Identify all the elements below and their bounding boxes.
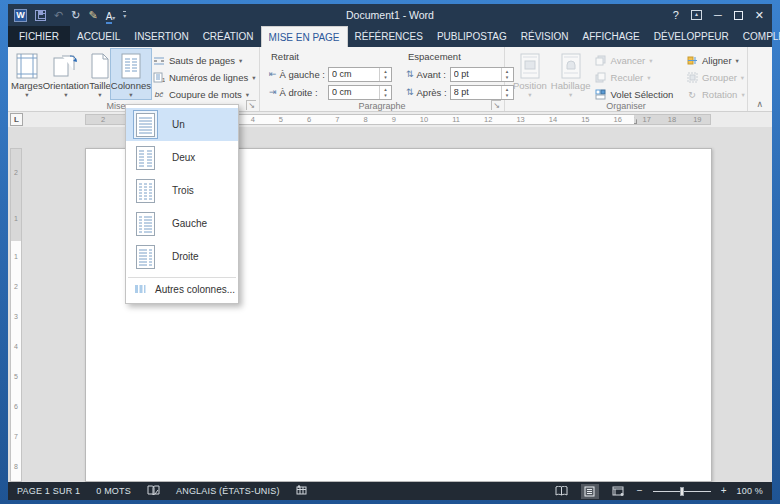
indent-right-icon: ⇥ <box>269 87 277 97</box>
help-icon[interactable]: ? <box>673 10 679 21</box>
zoom-slider[interactable] <box>653 484 711 499</box>
bring-forward-label: Avancer <box>611 55 646 66</box>
indent-left-stepper[interactable]: ▴▾ <box>379 68 391 81</box>
zoom-in-icon[interactable]: + <box>721 486 727 496</box>
print-layout-icon[interactable] <box>581 484 599 499</box>
group-button[interactable]: Grouper ▾ <box>684 69 744 86</box>
rotate-label: Rotation <box>702 89 737 100</box>
chevron-down-icon: ▾ <box>649 57 652 65</box>
menu-item-label: Trois <box>172 185 194 196</box>
font-color-icon[interactable]: A▾ <box>106 6 116 24</box>
vertical-ruler[interactable]: 21 12345678 <box>10 148 22 482</box>
indent-right-label: ⇥ À droite : <box>269 87 318 98</box>
size-icon <box>90 52 110 80</box>
selection-pane-icon <box>595 89 607 101</box>
collapse-ribbon-icon[interactable]: ∧ <box>756 99 763 109</box>
line-numbers-button[interactable]: 1 Numéros de lignes ▾ <box>151 69 257 86</box>
menu-item-one-column[interactable]: Un <box>126 108 238 141</box>
indent-right-input[interactable] <box>329 86 379 99</box>
tab-references[interactable]: RÉFÉRENCES <box>348 26 430 47</box>
vertical-ruler-top-margin: 21 <box>11 149 21 241</box>
margins-button[interactable]: Marges ▾ <box>11 49 43 99</box>
web-layout-icon[interactable] <box>609 484 627 499</box>
menu-item-more-columns[interactable]: Autres colonnes... <box>126 278 238 301</box>
breaks-label: Sauts de pages <box>169 55 235 66</box>
tab-mise-en-page[interactable]: MISE EN PAGE <box>261 26 348 47</box>
spacing-after-input[interactable] <box>451 86 501 99</box>
read-mode-icon[interactable] <box>553 484 571 499</box>
page-count[interactable]: PAGE 1 SUR 1 <box>17 486 80 496</box>
orientation-button[interactable]: Orientation ▾ <box>43 49 89 99</box>
word-logo-icon[interactable]: W <box>14 9 27 22</box>
ruler-number: 1 <box>14 215 18 222</box>
rotate-icon: ↻ <box>686 89 698 101</box>
status-bar: PAGE 1 SUR 1 0 MOTS ANGLAIS (ÉTATS-UNIS)… <box>8 482 772 500</box>
indent-right-stepper[interactable]: ▴▾ <box>379 86 391 99</box>
position-label: Position <box>513 80 547 91</box>
macro-record-icon[interactable] <box>296 485 307 497</box>
dialog-launcher-icon[interactable]: ↘ <box>246 100 256 110</box>
close-icon[interactable]: ✕ <box>755 10 764 21</box>
breaks-button[interactable]: Sauts de pages ▾ <box>151 52 257 69</box>
wrap-text-button[interactable]: Habillage ▾ <box>549 49 593 99</box>
zoom-slider-thumb[interactable] <box>680 487 684 496</box>
menu-item-two-columns[interactable]: Deux <box>126 141 238 174</box>
title-bar: W ↶ ↻ ✎ A▾ ▾ Document1 - Word ? ▴ ─ ✕ <box>8 4 772 26</box>
ruler-number: 17 <box>642 115 650 124</box>
restore-icon[interactable] <box>734 11 743 20</box>
word-count[interactable]: 0 MOTS <box>96 486 131 496</box>
tab-revision[interactable]: RÉVISION <box>514 26 576 47</box>
ribbon-display-options-icon[interactable]: ▴ <box>691 10 702 20</box>
columns-dropdown-menu: Un Deux Trois Gauche Droite Autres colon… <box>125 104 239 304</box>
format-painter-icon[interactable]: ✎ <box>88 10 97 21</box>
ruler-row: L 21 12345678910111213141516 17 18 19 <box>8 112 772 127</box>
position-icon <box>520 52 540 80</box>
language-indicator[interactable]: ANGLAIS (ÉTATS-UNIS) <box>176 486 280 496</box>
spacing-before-input[interactable] <box>451 68 501 81</box>
columns-label: Colonnes <box>111 80 151 91</box>
tab-developpeur[interactable]: DÉVELOPPEUR <box>647 26 736 47</box>
ruler-number: 1 <box>14 253 18 260</box>
tab-publipostage[interactable]: PUBLIPOSTAG <box>430 26 514 47</box>
group-mise-en-page: Marges ▾ Orientation ▾ Taille ▾ Colonnes… <box>8 47 260 111</box>
menu-item-right-column[interactable]: Droite <box>126 240 238 273</box>
menu-item-label: Droite <box>172 251 199 262</box>
zoom-level[interactable]: 100 % <box>736 486 763 496</box>
undo-icon[interactable]: ↶ <box>54 10 63 21</box>
tab-affichage[interactable]: AFFICHAGE <box>576 26 647 47</box>
page-setup-small-buttons: Sauts de pages ▾ 1 Numéros de lignes ▾ b… <box>151 49 257 103</box>
right-indent-marker[interactable] <box>634 117 637 124</box>
chevron-down-icon: ▾ <box>528 91 531 99</box>
ruler-number: 6 <box>14 403 18 410</box>
columns-button[interactable]: Colonnes ▾ <box>111 49 151 99</box>
proofing-icon[interactable] <box>147 485 160 498</box>
tab-complement[interactable]: COMPLÉMENT <box>736 26 780 47</box>
size-button[interactable]: Taille ▾ <box>89 49 111 99</box>
customize-qat-icon[interactable]: ▾ <box>123 11 126 19</box>
tab-fichier[interactable]: FICHIER <box>8 26 70 47</box>
align-button[interactable]: Aligner ▾ <box>684 52 744 69</box>
tab-selector[interactable]: L <box>10 113 23 126</box>
send-backward-button[interactable]: Reculer ▾ <box>593 69 684 86</box>
save-icon[interactable] <box>35 10 46 21</box>
redo-icon[interactable]: ↻ <box>71 10 80 21</box>
dialog-launcher-icon[interactable]: ↘ <box>491 100 501 110</box>
menu-item-three-columns[interactable]: Trois <box>126 174 238 207</box>
tab-accueil[interactable]: ACCUEIL <box>70 26 127 47</box>
line-numbers-label: Numéros de lignes <box>169 72 248 83</box>
zoom-out-icon[interactable]: − <box>637 486 643 496</box>
indent-left-input[interactable] <box>329 68 379 81</box>
tab-insertion[interactable]: INSERTION <box>127 26 195 47</box>
ruler-number: 16 <box>614 115 622 124</box>
ruler-number: 3 <box>14 313 18 320</box>
menu-item-label: Un <box>172 119 185 130</box>
bring-forward-button[interactable]: Avancer ▾ <box>593 52 684 69</box>
chevron-down-icon: ▾ <box>64 91 67 99</box>
indent-heading: Retrait <box>269 51 392 65</box>
tab-creation[interactable]: CRÉATION <box>196 26 261 47</box>
chevron-down-icon: ▾ <box>741 74 744 82</box>
minimize-icon[interactable]: ─ <box>714 10 722 21</box>
ruler-number: 18 <box>668 115 676 124</box>
position-button[interactable]: Position ▾ <box>511 49 549 99</box>
menu-item-left-column[interactable]: Gauche <box>126 207 238 240</box>
